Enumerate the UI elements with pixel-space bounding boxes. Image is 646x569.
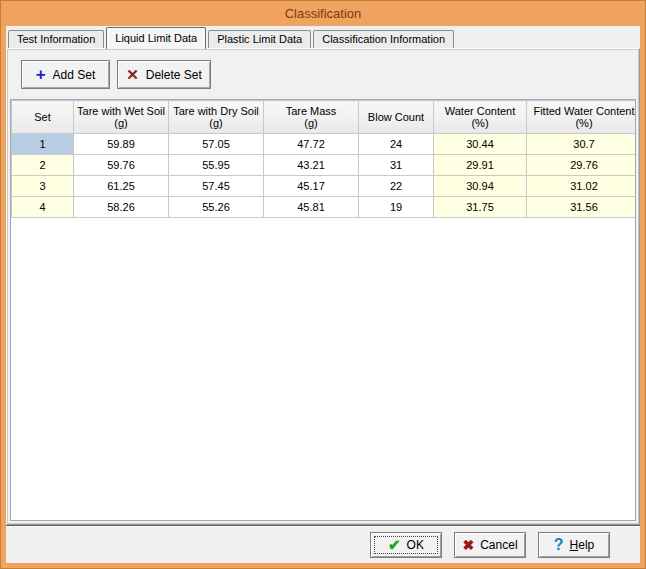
window-title: Classification: [1, 1, 645, 26]
help-mnemonic: H: [570, 538, 579, 552]
cancel-x-icon: ✖: [462, 538, 474, 552]
grid-cell-readonly[interactable]: 31.56: [527, 197, 637, 218]
ok-label: OK: [407, 538, 424, 552]
grid-cell[interactable]: 24: [359, 134, 434, 155]
col-header-label: Tare with Dry Soil: [171, 105, 261, 117]
col-header-label: Tare with Wet Soil: [76, 105, 166, 117]
help-rest: elp: [578, 538, 594, 552]
col-header-unit: (g): [76, 117, 166, 129]
grid-cell[interactable]: 31: [359, 155, 434, 176]
grid-cell[interactable]: 45.17: [264, 176, 359, 197]
tab-liquid-limit-data[interactable]: Liquid Limit Data: [106, 27, 206, 49]
grid-cell[interactable]: 19: [359, 197, 434, 218]
col-header-label: Set: [14, 111, 71, 123]
col-header-label: Water Content: [436, 105, 524, 117]
check-icon: ✔: [388, 537, 401, 552]
liquid-limit-tab-page: + Add Set ✕ Delete Set Set: [6, 48, 640, 525]
grid-cell[interactable]: 59.76: [74, 155, 169, 176]
grid-cell[interactable]: 55.26: [169, 197, 264, 218]
grid-row: 3 61.25 57.45 45.17 22 30.94 31.02: [12, 176, 637, 197]
grid-cell-set-selected[interactable]: 1: [12, 134, 74, 155]
grid-cell-readonly[interactable]: 31.75: [434, 197, 527, 218]
tab-test-information[interactable]: Test Information: [8, 30, 104, 48]
grid-cell[interactable]: 47.72: [264, 134, 359, 155]
grid-row: 2 59.76 55.95 43.21 31 29.91 29.76: [12, 155, 637, 176]
cancel-button[interactable]: ✖ Cancel: [454, 532, 526, 558]
grid-cell[interactable]: 22: [359, 176, 434, 197]
col-header-unit: (g): [266, 117, 356, 129]
col-header-blow-count: Blow Count: [359, 101, 434, 134]
grid-cell-set[interactable]: 3: [12, 176, 74, 197]
grid-cell[interactable]: 58.26: [74, 197, 169, 218]
col-header-label: Tare Mass: [266, 105, 356, 117]
col-header-set: Set: [12, 101, 74, 134]
col-header-label: Fitted Water Content: [529, 105, 636, 117]
question-mark-icon: ?: [554, 537, 564, 553]
delete-x-icon: ✕: [126, 67, 139, 82]
grid-cell-readonly[interactable]: 31.02: [527, 176, 637, 197]
grid-row: 1 59.89 57.05 47.72 24 30.44 30.7: [12, 134, 637, 155]
classification-dialog: Classification Test Information Liquid L…: [0, 0, 646, 569]
grid-cell[interactable]: 55.95: [169, 155, 264, 176]
grid-cell[interactable]: 45.81: [264, 197, 359, 218]
grid-cell-readonly[interactable]: 30.7: [527, 134, 637, 155]
help-button[interactable]: ? Help: [538, 532, 610, 558]
grid-cell-readonly[interactable]: 29.91: [434, 155, 527, 176]
liquid-limit-table: Set Tare with Wet Soil (g) Tare with Dry…: [11, 100, 636, 218]
dialog-client-area: Test Information Liquid Limit Data Plast…: [6, 26, 640, 563]
col-header-unit: (%): [529, 117, 636, 129]
delete-set-label: Delete Set: [146, 68, 202, 82]
grid-cell-readonly[interactable]: 30.44: [434, 134, 527, 155]
grid-cell-readonly[interactable]: 30.94: [434, 176, 527, 197]
grid-cell[interactable]: 61.25: [74, 176, 169, 197]
header-row: Set Tare with Wet Soil (g) Tare with Dry…: [12, 101, 637, 134]
col-header-tare-mass: Tare Mass (g): [264, 101, 359, 134]
tab-classification-information[interactable]: Classification Information: [313, 30, 454, 48]
cancel-label: Cancel: [480, 538, 517, 552]
col-header-unit: (%): [436, 117, 524, 129]
col-header-water-content: Water Content (%): [434, 101, 527, 134]
ok-button[interactable]: ✔ OK: [370, 532, 442, 558]
add-set-label: Add Set: [53, 68, 96, 82]
col-header-label: Blow Count: [361, 111, 431, 123]
add-set-button[interactable]: + Add Set: [21, 60, 110, 89]
col-header-unit: (g): [171, 117, 261, 129]
delete-set-button[interactable]: ✕ Delete Set: [117, 60, 211, 89]
grid-cell-set[interactable]: 4: [12, 197, 74, 218]
plus-icon: +: [36, 66, 46, 83]
grid-cell[interactable]: 43.21: [264, 155, 359, 176]
grid-cell[interactable]: 59.89: [74, 134, 169, 155]
col-header-tare-wet: Tare with Wet Soil (g): [74, 101, 169, 134]
dialog-button-bar: ✔ OK ✖ Cancel ? Help: [6, 525, 640, 563]
col-header-fitted-water-content: Fitted Water Content (%): [527, 101, 637, 134]
help-label: Help: [570, 538, 595, 552]
grid-cell[interactable]: 57.05: [169, 134, 264, 155]
grid-cell-readonly[interactable]: 29.76: [527, 155, 637, 176]
tab-plastic-limit-data[interactable]: Plastic Limit Data: [208, 30, 311, 48]
grid-cell-set[interactable]: 2: [12, 155, 74, 176]
grid-cell[interactable]: 57.45: [169, 176, 264, 197]
tab-bar: Test Information Liquid Limit Data Plast…: [6, 26, 640, 48]
data-grid: Set Tare with Wet Soil (g) Tare with Dry…: [10, 99, 636, 521]
grid-row: 4 58.26 55.26 45.81 19 31.75 31.56: [12, 197, 637, 218]
col-header-tare-dry: Tare with Dry Soil (g): [169, 101, 264, 134]
